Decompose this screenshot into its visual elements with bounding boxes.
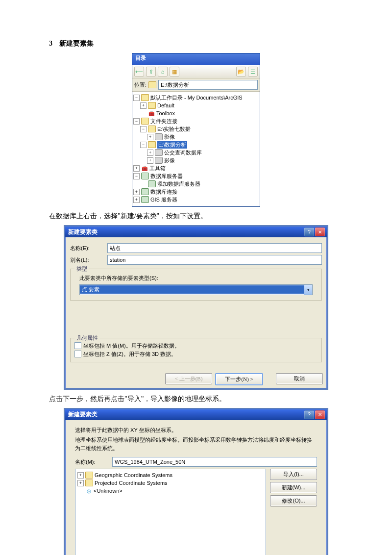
m-label: 坐标包括 M 值(M)。用于存储路径数据。	[83, 342, 180, 350]
alias-label: 别名(L):	[70, 256, 104, 264]
import-button[interactable]: 导入(I)...	[270, 469, 317, 480]
location-label: 位置:	[134, 81, 147, 89]
expand-icon[interactable]: +	[147, 157, 153, 164]
cs-name-input[interactable]: WGS_1984_UTM_Zone_50N	[112, 457, 317, 467]
geom-legend: 几何属性	[74, 334, 100, 342]
expand-icon[interactable]: +	[77, 472, 84, 479]
tree-default[interactable]: Default	[157, 102, 174, 108]
expand-icon[interactable]: +	[133, 197, 140, 203]
new-feature-class-dialog-2: 新建要素类 ? ✕ 选择将用于此数据中的 XY 坐标的坐标系。 地理坐标系使用地…	[64, 408, 328, 555]
dialog-title: 新建要素类	[67, 410, 303, 419]
tree-gis-servers[interactable]: GIS 服务器	[150, 196, 177, 203]
help-icon[interactable]: ?	[304, 410, 314, 419]
up-icon[interactable]: ⇧	[146, 67, 156, 76]
unknown-node[interactable]: <Unknown>	[94, 488, 122, 494]
folder-icon	[148, 102, 156, 109]
toolbox-icon: 🧰	[148, 110, 155, 116]
expand-icon[interactable]: +	[133, 189, 140, 195]
toolbox-icon: 🧰	[141, 165, 148, 171]
folder-icon	[148, 81, 156, 88]
tree-root[interactable]: 默认工作目录 - My Documents\ArcGIS	[150, 94, 243, 101]
catalog-toolbar: ⟵ ⇧ ⌂ ▦ 📂 ☰	[132, 65, 260, 78]
type-legend: 类型	[74, 265, 89, 273]
expand-icon[interactable]: −	[133, 173, 140, 179]
expand-icon[interactable]: −	[133, 95, 140, 101]
add-server-icon	[148, 180, 156, 187]
raster-icon	[155, 157, 163, 164]
heading-number: 3	[49, 40, 52, 47]
gcs-node[interactable]: Geographic Coordinate Systems	[95, 472, 172, 478]
back-button: < 上一步(B)	[165, 373, 212, 384]
folder-icon	[85, 479, 93, 486]
chevron-down-icon[interactable]: ▾	[304, 285, 312, 295]
server-icon	[141, 188, 149, 195]
tree-toolkit[interactable]: 工具箱	[149, 165, 166, 172]
type-hint: 此要素类中所存储的要素类型(S):	[79, 274, 318, 282]
help-icon[interactable]: ?	[304, 227, 314, 236]
tree-db-servers[interactable]: 数据库服务器	[150, 173, 183, 180]
expand-icon[interactable]: −	[140, 142, 147, 148]
cs-hint1: 选择将用于此数据中的 XY 坐标的坐标系。	[75, 426, 317, 434]
m-checkbox[interactable]	[74, 342, 81, 349]
expand-icon[interactable]: +	[140, 102, 147, 109]
coord-sys-tree[interactable]: +Geographic Coordinate Systems +Projecte…	[75, 469, 266, 555]
location-input[interactable]	[158, 80, 258, 90]
pcs-node[interactable]: Projected Coordinate Systems	[95, 480, 168, 486]
list-icon[interactable]: ☰	[248, 67, 258, 76]
modify-button[interactable]: 修改(O)...	[270, 495, 317, 506]
folder-icon	[148, 126, 156, 132]
expand-icon[interactable]: +	[133, 165, 140, 172]
expand-icon[interactable]: −	[140, 126, 147, 132]
tree-db-conn[interactable]: 数据库连接	[150, 188, 177, 196]
alias-input[interactable]: station	[107, 255, 322, 265]
catalog-pane: 目录 ⟵ ⇧ ⌂ ▦ 📂 ☰ 位置: −默认工作目录 - My Document…	[132, 53, 260, 207]
tree-image1[interactable]: 影像	[164, 133, 175, 141]
geometry-group: 几何属性 坐标包括 M 值(M)。用于存储路径数据。 坐标包括 Z 值(Z)。用…	[70, 338, 322, 362]
name-label: 名称(E):	[70, 245, 104, 252]
folder-icon	[141, 94, 149, 101]
expand-icon[interactable]: +	[147, 150, 153, 156]
globe-icon: ◎	[85, 488, 92, 494]
cancel-button[interactable]: 取消	[276, 373, 323, 384]
location-bar: 位置:	[132, 78, 260, 92]
expand-icon[interactable]: −	[133, 118, 140, 125]
tree-folder-conn[interactable]: 文件夹连接	[150, 118, 177, 125]
new-button[interactable]: 新建(W)...	[270, 482, 317, 493]
open-icon[interactable]: 📂	[236, 67, 246, 76]
home-icon[interactable]: ⌂	[158, 67, 168, 76]
tree-bus-gdb[interactable]: 公交查询数据库	[164, 149, 202, 156]
geodatabase-icon	[155, 149, 163, 156]
cs-hint2: 地理坐标系使用地球表面模型的经纬度坐标。而投影坐标系采用数学转换方法将纬度和经度…	[75, 436, 317, 452]
raster-icon	[155, 133, 163, 140]
expand-icon[interactable]: +	[147, 134, 153, 140]
heading-text: 新建要素集	[59, 40, 94, 47]
tree-image2[interactable]: 影像	[164, 157, 175, 164]
catalog-title: 目录	[132, 53, 260, 65]
tree-data-analysis[interactable]: E:\数据分析	[157, 141, 187, 149]
section-heading: 3 新建要素集	[49, 39, 343, 48]
type-value: 点 要素	[80, 285, 304, 294]
z-checkbox[interactable]	[74, 351, 81, 357]
catalog-tree: −默认工作目录 - My Documents\ArcGIS +Default 🧰…	[132, 92, 260, 206]
paragraph-1: 在数据库上右击，选择"新建/要素类"，按如下设置。	[49, 211, 343, 221]
back-icon[interactable]: ⟵	[134, 67, 144, 76]
cs-name-label: 名称(M):	[75, 458, 109, 466]
close-icon[interactable]: ✕	[315, 227, 325, 236]
new-feature-class-dialog-1: 新建要素类 ? ✕ 名称(E): 站点 别名(L): station 类型 此要…	[64, 225, 328, 390]
type-combo[interactable]: 点 要素 ▾	[79, 284, 313, 295]
server-icon	[141, 196, 149, 203]
close-icon[interactable]: ✕	[315, 410, 325, 419]
tree-exp7[interactable]: E:\实验七数据	[157, 126, 191, 133]
expand-icon[interactable]: +	[77, 480, 84, 486]
tree-toolbox[interactable]: Toolbox	[156, 110, 175, 116]
folder-icon	[148, 141, 156, 148]
next-button[interactable]: 下一步(N) >	[215, 373, 263, 385]
conn-icon[interactable]: ▦	[170, 67, 179, 76]
folder-icon	[141, 118, 149, 125]
paragraph-2: 点击下一步，然后再点击"导入"，导入影像的地理坐标系。	[49, 394, 343, 404]
type-group: 类型 此要素类中所存储的要素类型(S): 点 要素 ▾	[70, 269, 322, 301]
name-input[interactable]: 站点	[107, 243, 322, 253]
tree-add-db-server[interactable]: 添加数据库服务器	[157, 180, 200, 188]
dialog-title: 新建要素类	[67, 228, 303, 236]
z-label: 坐标包括 Z 值(Z)。用于存储 3D 数据。	[83, 351, 176, 358]
